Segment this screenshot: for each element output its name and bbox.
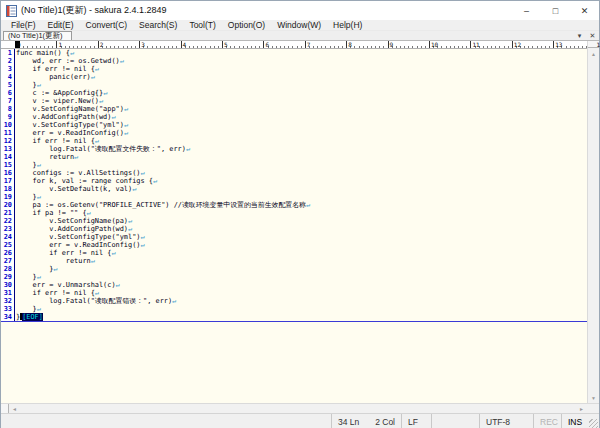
line-number[interactable]: 30 (1, 281, 15, 289)
code-line[interactable]: 33 }↵ (1, 305, 587, 313)
scroll-down-icon[interactable]: ▼ (588, 392, 599, 403)
code-line[interactable]: 30 err = v.Unmarshal(c)↵ (1, 281, 587, 289)
code-line[interactable]: 3 if err != nil {↵ (1, 65, 587, 73)
line-number[interactable]: 24 (1, 233, 15, 241)
horizontal-scrollbar[interactable]: ◄ ► (1, 403, 599, 413)
line-number[interactable]: 20 (1, 201, 15, 209)
code-line[interactable]: 5 }↵ (1, 81, 587, 89)
line-number[interactable]: 33 (1, 305, 15, 313)
line-number[interactable]: 21 (1, 209, 15, 217)
menu-item-tool[interactable]: Tool(T) (183, 20, 221, 30)
menu-item-help[interactable]: Help(H) (327, 20, 368, 30)
code-line[interactable]: 16 configs := v.AllSettings()↵ (1, 169, 587, 177)
menu-item-search[interactable]: Search(S) (133, 20, 183, 30)
line-number[interactable]: 29 (1, 273, 15, 281)
line-number[interactable]: 4 (1, 73, 15, 81)
line-number[interactable]: 23 (1, 225, 15, 233)
ruler-number: 4 (183, 41, 187, 48)
line-number[interactable]: 16 (1, 169, 15, 177)
tab-close-icon[interactable]: ✕ (586, 31, 599, 40)
tab-list-dropdown-icon[interactable]: ▾ (573, 31, 586, 40)
code-line[interactable]: 2 wd, err := os.Getwd()↵ (1, 57, 587, 65)
code-line[interactable]: 29 }↵ (1, 273, 587, 281)
code-line[interactable]: 6 c := &AppConfig{}↵ (1, 89, 587, 97)
code-line[interactable]: 18 v.SetDefault(k, val)↵ (1, 185, 587, 193)
line-number[interactable]: 34 (1, 313, 15, 321)
code-line[interactable]: 20 pa := os.Getenv("PROFILE_ACTIVE") //读… (1, 201, 587, 209)
code-line[interactable]: 34}[EOF] (1, 313, 587, 321)
line-number[interactable]: 1 (1, 49, 15, 57)
code-line[interactable]: 19 }↵ (1, 193, 587, 201)
line-number[interactable]: 5 (1, 81, 15, 89)
line-number[interactable]: 2 (1, 57, 15, 65)
menu-item-convert[interactable]: Convert(C) (80, 20, 134, 30)
minimize-button[interactable]: – (512, 1, 541, 20)
line-number[interactable]: 28 (1, 265, 15, 273)
code-line[interactable]: 25 err = v.ReadInConfig()↵ (1, 241, 587, 249)
code-line[interactable]: 28 }↵ (1, 265, 587, 273)
line-number[interactable]: 17 (1, 177, 15, 185)
line-number[interactable]: 14 (1, 153, 15, 161)
insert-mode-indicator[interactable]: INS (561, 414, 587, 428)
code-line[interactable]: 31 if err != nil {↵ (1, 289, 587, 297)
code-line[interactable]: 13 log.Fatal("读取配置文件失败：", err)↵ (1, 145, 587, 153)
code-line[interactable]: 4 panic(err)↵ (1, 73, 587, 81)
resize-grip[interactable] (587, 414, 599, 428)
line-number[interactable]: 31 (1, 289, 15, 297)
code-line[interactable]: 9 v.AddConfigPath(wd)↵ (1, 113, 587, 121)
code-line[interactable]: 15 }↵ (1, 161, 587, 169)
menu-item-file[interactable]: File(F) (5, 20, 42, 30)
line-number[interactable]: 10 (1, 121, 15, 129)
maximize-button[interactable]: □ (541, 1, 570, 20)
code-line[interactable]: 7 v := viper.New()↵ (1, 97, 587, 105)
ruler-number: 10 (431, 41, 438, 48)
code-line[interactable]: 12 if err != nil {↵ (1, 137, 587, 145)
code-line[interactable]: 10 v.SetConfigType("yml")↵ (1, 121, 587, 129)
text-editor-area[interactable]: 1func main() {↵2 wd, err := os.Getwd()↵3… (1, 49, 587, 403)
scroll-left-icon[interactable]: ◄ (9, 404, 20, 413)
line-number[interactable]: 22 (1, 217, 15, 225)
split-handle-horizontal[interactable] (1, 404, 9, 413)
code-line[interactable]: 27 return↵ (1, 257, 587, 265)
menu-item-option[interactable]: Option(O) (222, 20, 271, 30)
line-number[interactable]: 11 (1, 129, 15, 137)
code-line[interactable]: 24 v.SetConfigType("yml")↵ (1, 233, 587, 241)
code-line[interactable]: 32 log.Fatal("读取配置错误：", err)↵ (1, 297, 587, 305)
newline-mark: ↵ (132, 185, 136, 193)
code-line[interactable]: 8 v.SetConfigName("app")↵ (1, 105, 587, 113)
line-number[interactable]: 25 (1, 241, 15, 249)
code-line[interactable]: 21 if pa != "" {↵ (1, 209, 587, 217)
code-line[interactable]: 26 if err != nil {↵ (1, 249, 587, 257)
scroll-up-icon[interactable]: ▲ (588, 48, 599, 59)
line-number[interactable]: 15 (1, 161, 15, 169)
line-number[interactable]: 19 (1, 193, 15, 201)
horizontal-scroll-track[interactable] (20, 404, 576, 413)
newline-mark: ↵ (95, 65, 99, 73)
document-tab[interactable]: (No Title)1(更新) (3, 31, 72, 40)
line-number[interactable]: 18 (1, 185, 15, 193)
line-number[interactable]: 3 (1, 65, 15, 73)
code-line[interactable]: 17 for k, val := range configs {↵ (1, 177, 587, 185)
scroll-right-icon[interactable]: ► (576, 404, 587, 413)
code-line[interactable]: 1func main() {↵ (1, 49, 587, 57)
newline-mark: ↵ (37, 305, 41, 313)
line-number[interactable]: 6 (1, 89, 15, 97)
line-number[interactable]: 9 (1, 113, 15, 121)
vertical-scroll-track[interactable] (588, 59, 599, 392)
line-number[interactable]: 12 (1, 137, 15, 145)
menu-item-edit[interactable]: Edit(E) (42, 20, 80, 30)
code-line[interactable]: 11 err = v.ReadInConfig()↵ (1, 129, 587, 137)
code-line[interactable]: 23 v.AddConfigPath(wd)↵ (1, 225, 587, 233)
line-number[interactable]: 26 (1, 249, 15, 257)
code-line[interactable]: 14 return↵ (1, 153, 587, 161)
code-line[interactable]: 22 v.SetConfigName(pa)↵ (1, 217, 587, 225)
menu-item-window[interactable]: Window(W) (271, 20, 327, 30)
line-number[interactable]: 27 (1, 257, 15, 265)
vertical-scrollbar[interactable]: ▲ ▼ (587, 41, 599, 403)
code-text: v.SetConfigName("app")↵ (15, 105, 128, 113)
close-button[interactable]: ✕ (570, 1, 599, 20)
line-number[interactable]: 32 (1, 297, 15, 305)
line-number[interactable]: 8 (1, 105, 15, 113)
line-number[interactable]: 13 (1, 145, 15, 153)
line-number[interactable]: 7 (1, 97, 15, 105)
